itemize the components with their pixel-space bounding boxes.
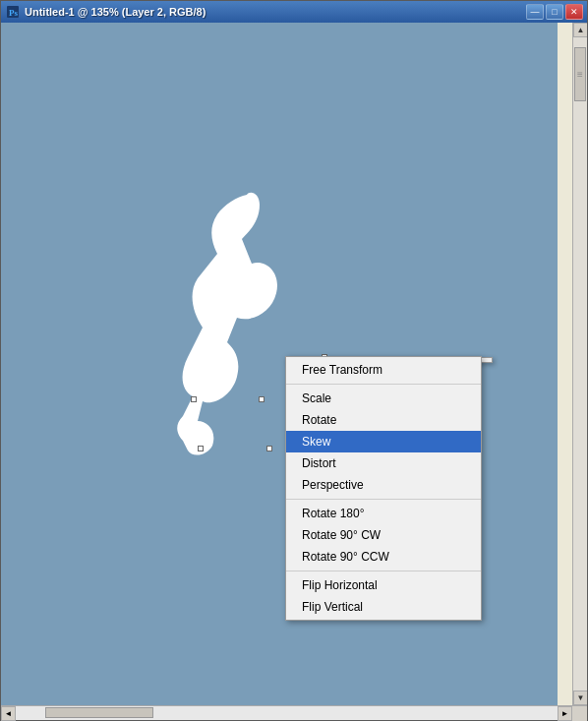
menu-skew[interactable]: Skew [286,431,481,452]
menu-perspective[interactable]: Perspective [286,474,481,496]
scroll-left-button[interactable]: ◄ [1,706,16,721]
transform-handle-center[interactable] [259,396,265,402]
scroll-track-vertical[interactable] [573,37,587,691]
figure-body [177,193,277,455]
transform-handle-left[interactable] [191,396,197,402]
right-scrollbar: ▲ ▼ [572,23,587,705]
scroll-thumb-vertical[interactable] [574,47,586,101]
scroll-up-button[interactable]: ▲ [573,23,587,37]
menu-flip-horizontal[interactable]: Flip Horizontal [286,574,481,596]
scroll-thumb-horizontal[interactable] [45,707,153,718]
transform-handle-bottom-right[interactable] [266,446,272,451]
svg-text:Ps: Ps [9,8,18,18]
menu-rotate90cw[interactable]: Rotate 90° CW [286,524,481,546]
close-button[interactable]: ✕ [565,4,583,20]
minimize-button[interactable]: — [526,4,544,20]
menu-flip-vertical[interactable]: Flip Vertical [286,596,481,618]
transform-handle-bottom-left[interactable] [198,446,204,451]
scroll-right-button[interactable]: ► [558,706,572,721]
menu-rotate[interactable]: Rotate [286,409,481,431]
menu-free-transform[interactable]: Free Transform [286,359,481,381]
menu-scale[interactable]: Scale [286,388,481,409]
bottom-scrollbar: ◄ ► [1,705,587,720]
menu-distort[interactable]: Distort [286,452,481,474]
menu-separator-1 [286,384,481,385]
maximize-button[interactable]: □ [546,4,563,20]
scroll-track-horizontal[interactable] [16,706,558,720]
app-icon: Ps [5,4,21,20]
menu-rotate90ccw[interactable]: Rotate 90° CCW [286,546,481,568]
menu-rotate180[interactable]: Rotate 180° [286,503,481,524]
title-bar: Ps Untitled-1 @ 135% (Layer 2, RGB/8) — … [1,1,587,23]
scrollbar-corner [572,706,587,721]
context-menu-overlay: Free Transform Scale Rotate Skew Distort… [285,356,482,621]
menu-separator-3 [286,571,481,571]
scroll-down-button[interactable]: ▼ [573,691,587,705]
title-bar-left: Ps Untitled-1 @ 135% (Layer 2, RGB/8) [5,4,206,20]
window-controls: — □ ✕ [526,4,583,20]
window-title: Untitled-1 @ 135% (Layer 2, RGB/8) [25,6,206,18]
menu-separator-2 [286,499,481,500]
